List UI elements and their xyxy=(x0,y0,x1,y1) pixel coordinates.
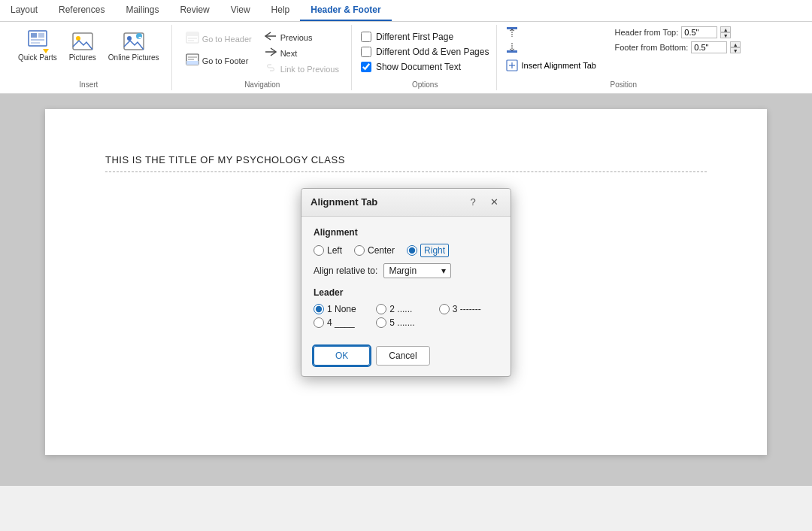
alignment-tab-dialog: Alignment Tab ? ✕ Alignment Left xyxy=(301,188,511,377)
svg-rect-13 xyxy=(186,32,198,36)
leader-section: Leader 1 None 2 ...... xyxy=(314,287,498,328)
alignment-left-option[interactable]: Left xyxy=(314,245,342,256)
header-from-top-spinner: ▲ ▼ xyxy=(720,26,731,38)
tab-help[interactable]: Help xyxy=(261,0,301,21)
quick-parts-button[interactable]: Quick Parts xyxy=(14,26,62,65)
link-to-previous-button[interactable]: Link to Previous xyxy=(259,61,344,77)
tab-review[interactable]: Review xyxy=(169,0,220,21)
go-to-header-button[interactable]: Go to Header xyxy=(181,29,256,48)
go-to-footer-button[interactable]: Go to Footer xyxy=(181,51,256,70)
next-button[interactable]: Next xyxy=(259,45,344,61)
tab-references[interactable]: References xyxy=(48,0,115,21)
alignment-right-option[interactable]: Right xyxy=(407,244,449,257)
different-odd-even-row: Different Odd & Even Pages xyxy=(361,44,489,59)
ribbon-group-navigation: Go to Header Go to Footer xyxy=(174,25,352,90)
dialog-overlay: Alignment Tab ? ✕ Alignment Left xyxy=(45,109,767,455)
ribbon: Layout References Mailings Review View H… xyxy=(0,0,812,94)
alignment-right-radio[interactable] xyxy=(407,245,417,256)
dialog-body: Alignment Left Center Right xyxy=(301,217,511,338)
leader-1-option[interactable]: 1 None xyxy=(314,304,373,314)
dialog-help-button[interactable]: ? xyxy=(465,195,480,210)
header-from-top-label: Header from Top: xyxy=(614,28,678,37)
go-to-footer-label: Go to Footer xyxy=(202,56,249,65)
show-document-text-label: Show Document Text xyxy=(376,62,461,72)
insert-alignment-tab-icon xyxy=(506,59,518,71)
ribbon-content: Quick Parts Pictures xyxy=(0,22,812,93)
different-odd-even-label: Different Odd & Even Pages xyxy=(376,47,489,57)
footer-from-bottom-input[interactable] xyxy=(691,41,727,53)
alignment-center-option[interactable]: Center xyxy=(354,245,395,256)
leader-5-label: 5 ....... xyxy=(389,317,414,328)
dialog-title-bar: Alignment Tab ? ✕ xyxy=(301,189,511,217)
leader-5-option[interactable]: 5 ....... xyxy=(376,317,435,328)
leader-3-radio[interactable] xyxy=(439,304,450,314)
leader-1-radio[interactable] xyxy=(314,304,324,314)
previous-button[interactable]: Previous xyxy=(259,29,344,45)
footer-from-bottom-up[interactable]: ▲ xyxy=(730,41,741,47)
leader-4-label: 4 ____ xyxy=(327,317,355,328)
header-from-top-row: Header from Top: ▲ ▼ xyxy=(506,26,741,38)
svg-point-7 xyxy=(76,36,80,41)
ribbon-group-position: Header from Top: ▲ ▼ xyxy=(498,25,748,90)
svg-point-9 xyxy=(127,36,132,41)
insert-alignment-tab-button[interactable]: Insert Alignment Tab xyxy=(506,56,741,71)
dialog-title: Alignment Tab xyxy=(311,196,377,208)
header-from-top-icon-container xyxy=(506,26,611,38)
leader-2-option[interactable]: 2 ...... xyxy=(376,304,435,314)
align-relative-label: Align relative to: xyxy=(314,266,377,276)
leader-4-option[interactable]: 4 ____ xyxy=(314,317,373,328)
different-first-page-row: Different First Page xyxy=(361,29,489,44)
leader-3-label: 3 ------- xyxy=(453,304,481,314)
leader-1-label: 1 None xyxy=(327,304,356,314)
leader-3-option[interactable]: 3 ------- xyxy=(439,304,498,314)
pictures-button[interactable]: Pictures xyxy=(65,26,101,65)
cancel-button[interactable]: Cancel xyxy=(376,346,429,366)
tab-mailings[interactable]: Mailings xyxy=(115,0,169,21)
show-document-text-checkbox[interactable] xyxy=(361,62,371,72)
different-odd-even-checkbox[interactable] xyxy=(361,47,371,57)
header-from-top-input[interactable] xyxy=(681,26,717,38)
link-to-previous-label: Link to Previous xyxy=(280,65,339,74)
online-pictures-button[interactable]: ☁ Online Pictures xyxy=(104,26,164,65)
previous-icon xyxy=(264,31,277,44)
leader-2-radio[interactable] xyxy=(376,304,386,314)
align-relative-select[interactable]: Margin ▾ xyxy=(383,263,451,278)
header-from-top-up[interactable]: ▲ xyxy=(720,26,731,32)
alignment-left-radio[interactable] xyxy=(314,245,324,256)
next-icon xyxy=(264,47,277,59)
leader-5-radio[interactable] xyxy=(376,317,386,328)
quick-parts-icon xyxy=(26,29,50,53)
alignment-radio-row: Left Center Right xyxy=(314,244,498,257)
svg-rect-2 xyxy=(38,33,44,38)
ok-button[interactable]: OK xyxy=(314,346,370,366)
dialog-close-button[interactable]: ✕ xyxy=(486,195,501,210)
leader-2-label: 2 ...... xyxy=(389,304,412,314)
position-col: Header from Top: ▲ ▼ xyxy=(506,26,741,71)
tab-header-footer[interactable]: Header & Footer xyxy=(300,0,391,21)
footer-from-bottom-spinner: ▲ ▼ xyxy=(730,41,741,53)
alignment-center-radio[interactable] xyxy=(354,245,365,256)
tab-view[interactable]: View xyxy=(220,0,261,21)
next-label: Next xyxy=(280,49,298,58)
footer-from-bottom-icon-container xyxy=(506,41,611,53)
link-to-previous-icon xyxy=(264,62,277,75)
position-group-label: Position xyxy=(611,77,638,89)
different-first-page-checkbox[interactable] xyxy=(361,32,371,42)
insert-group-label: Insert xyxy=(79,77,98,89)
alignment-section-label: Alignment xyxy=(314,227,498,238)
svg-text:☁: ☁ xyxy=(138,35,142,39)
ribbon-group-insert: Quick Parts Pictures xyxy=(6,25,172,90)
ribbon-tab-bar: Layout References Mailings Review View H… xyxy=(0,0,812,22)
footer-from-bottom-row: Footer from Bottom: ▲ ▼ xyxy=(506,41,741,53)
options-group-label: Options xyxy=(412,77,438,89)
footer-from-bottom-label: Footer from Bottom: xyxy=(614,43,688,52)
leader-4-radio[interactable] xyxy=(314,317,324,328)
tab-layout[interactable]: Layout xyxy=(0,0,48,21)
pictures-label: Pictures xyxy=(69,53,96,62)
footer-from-bottom-down[interactable]: ▼ xyxy=(730,47,741,53)
options-col: Different First Page Different Odd & Eve… xyxy=(361,26,489,77)
options-group-content: Different First Page Different Odd & Eve… xyxy=(361,26,489,77)
header-from-top-down[interactable]: ▼ xyxy=(720,32,731,38)
alignment-right-label: Right xyxy=(420,244,449,257)
leader-grid: 1 None 2 ...... 3 ------- xyxy=(314,304,498,328)
